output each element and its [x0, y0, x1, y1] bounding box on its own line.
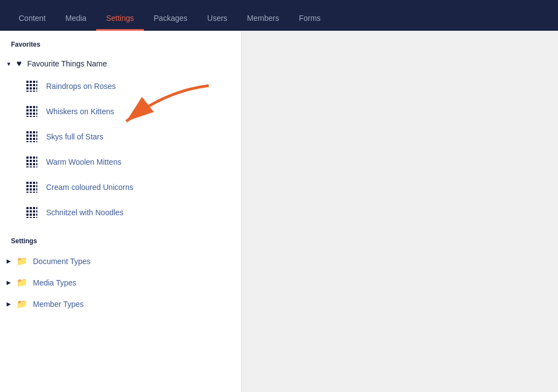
list-item-label: Raindrops on Roses [46, 82, 116, 91]
svg-rect-27 [33, 113, 35, 115]
settings-item-label: Member Types [33, 300, 83, 309]
list-item[interactable]: Cream coloured Unicorns [0, 175, 241, 200]
svg-rect-12 [36, 87, 37, 89]
nav-media[interactable]: Media [55, 6, 96, 31]
svg-rect-83 [33, 207, 35, 209]
svg-rect-66 [30, 182, 32, 184]
nav-forms[interactable]: Forms [289, 6, 331, 31]
chevron-right-icon: ▶ [4, 300, 13, 309]
svg-rect-10 [30, 87, 32, 89]
svg-rect-36 [36, 131, 37, 133]
svg-rect-77 [26, 192, 29, 193]
svg-rect-93 [26, 217, 29, 218]
svg-rect-28 [36, 113, 37, 115]
svg-rect-58 [30, 163, 32, 165]
svg-rect-67 [33, 182, 35, 184]
list-item[interactable]: Whiskers on Kittens [0, 99, 241, 124]
chevron-right-icon: ▶ [4, 257, 13, 266]
nav-settings[interactable]: Settings [96, 6, 144, 31]
nav-packages[interactable]: Packages [144, 6, 197, 31]
svg-rect-96 [36, 217, 37, 218]
svg-rect-72 [36, 185, 37, 187]
svg-rect-59 [33, 163, 35, 165]
favorites-parent-label: Favourite Things Name [27, 59, 107, 68]
svg-rect-32 [36, 116, 37, 117]
svg-rect-87 [33, 210, 35, 212]
svg-rect-19 [33, 106, 35, 108]
list-item[interactable]: Raindrops on Roses [0, 74, 241, 99]
svg-rect-64 [36, 166, 37, 167]
favorites-parent[interactable]: ▼ ♥ Favourite Things Name [0, 54, 241, 74]
svg-rect-8 [36, 84, 37, 86]
settings-item-label: Media Types [33, 278, 76, 287]
svg-rect-43 [33, 138, 35, 140]
svg-rect-88 [36, 210, 37, 212]
svg-rect-23 [33, 109, 35, 111]
svg-rect-91 [33, 214, 35, 216]
svg-rect-45 [26, 141, 29, 142]
svg-rect-85 [26, 210, 29, 212]
list-item[interactable]: Warm Woolen Mittens [0, 149, 241, 175]
svg-rect-1 [26, 81, 29, 83]
list-item[interactable]: Schnitzel with Noodles [0, 200, 241, 225]
chevron-down-icon: ▼ [4, 59, 13, 68]
settings-item-member-types[interactable]: ▶ 📁 Member Types [0, 293, 241, 315]
nav-users[interactable]: Users [197, 6, 237, 31]
svg-rect-55 [33, 160, 35, 162]
svg-rect-14 [30, 91, 32, 92]
svg-rect-79 [33, 192, 35, 193]
heart-icon: ♥ [16, 59, 22, 69]
svg-rect-89 [26, 214, 29, 216]
svg-rect-81 [26, 207, 29, 209]
favorites-header: Favorites [0, 31, 241, 54]
svg-rect-35 [33, 131, 35, 133]
content-area [242, 31, 558, 392]
svg-rect-60 [36, 163, 37, 165]
list-item-label: Whiskers on Kittens [46, 107, 114, 116]
svg-rect-70 [30, 185, 32, 187]
settings-item-label: Document Types [33, 257, 91, 266]
settings-item-document-types[interactable]: ▶ 📁 Document Types [0, 250, 241, 272]
svg-rect-9 [26, 87, 29, 89]
svg-rect-54 [30, 160, 32, 162]
svg-rect-71 [33, 185, 35, 187]
svg-rect-82 [30, 207, 32, 209]
svg-rect-6 [30, 84, 32, 86]
svg-rect-92 [36, 214, 37, 216]
svg-rect-38 [30, 135, 32, 137]
chevron-right-icon: ▶ [4, 278, 13, 287]
svg-rect-44 [36, 138, 37, 140]
svg-rect-50 [30, 156, 32, 159]
svg-rect-21 [26, 109, 29, 111]
svg-rect-61 [26, 166, 29, 167]
settings-item-media-types[interactable]: ▶ 📁 Media Types [0, 272, 241, 293]
document-grid-icon [24, 129, 40, 144]
svg-rect-48 [36, 141, 37, 142]
svg-rect-40 [36, 135, 37, 137]
list-item-label: Skys full of Stars [46, 132, 103, 141]
list-item-label: Schnitzel with Noodles [46, 208, 124, 217]
svg-rect-31 [33, 116, 35, 117]
svg-rect-62 [30, 166, 32, 167]
svg-rect-24 [36, 109, 37, 111]
nav-members[interactable]: Members [237, 6, 289, 31]
svg-rect-2 [30, 81, 32, 83]
svg-rect-7 [33, 84, 35, 86]
sidebar: Favorites ▼ ♥ Favourite Things Name [0, 31, 242, 392]
top-navigation: Content Media Settings Packages Users Me… [0, 0, 558, 31]
svg-rect-78 [30, 192, 32, 193]
svg-rect-73 [26, 188, 29, 191]
svg-rect-29 [26, 116, 29, 117]
list-item[interactable]: Skys full of Stars [0, 124, 241, 149]
list-item-label: Warm Woolen Mittens [46, 158, 121, 166]
folder-icon: 📁 [16, 299, 27, 309]
svg-rect-42 [30, 138, 32, 140]
svg-rect-94 [30, 217, 32, 218]
svg-rect-90 [30, 214, 32, 216]
svg-rect-20 [36, 106, 37, 108]
folder-icon: 📁 [16, 256, 27, 266]
svg-rect-16 [36, 91, 37, 92]
nav-content[interactable]: Content [9, 6, 55, 31]
svg-rect-5 [26, 84, 29, 86]
svg-rect-41 [26, 138, 29, 140]
